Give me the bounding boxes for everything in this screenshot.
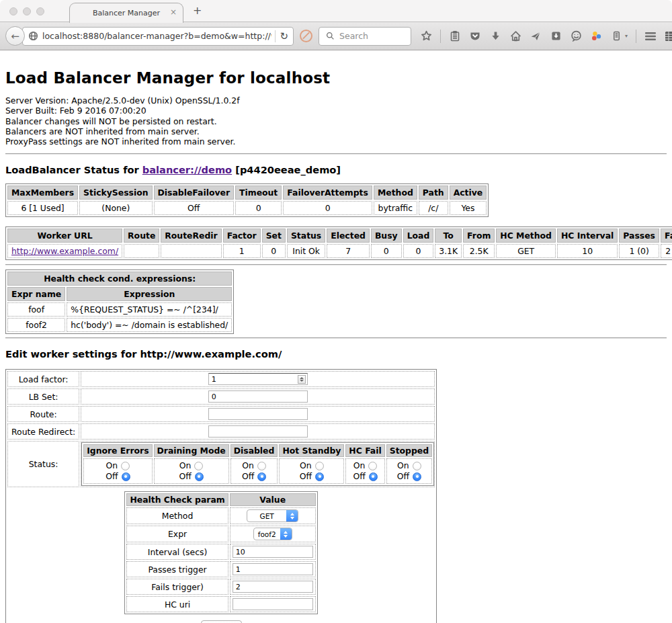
hc-interval-input[interactable] — [233, 546, 313, 558]
radio-off-checked[interactable] — [195, 472, 204, 481]
radio-on-unchecked[interactable] — [315, 462, 324, 470]
colored-dots-extension-icon[interactable] — [590, 30, 602, 42]
worker-url-link[interactable]: http://www.example.com/ — [11, 246, 118, 256]
expr-value-cell: %{REQUEST_STATUS} =~ /^[234]/ — [67, 302, 232, 317]
radio-off-checked[interactable] — [413, 472, 421, 481]
route-redirect-label: Route Redirect: — [7, 423, 79, 440]
zoom-window-button[interactable] — [36, 7, 44, 15]
browser-tab[interactable]: Balancer Manager × — [69, 3, 183, 23]
radio-on-unchecked[interactable] — [194, 462, 203, 470]
column-header: Path — [419, 185, 448, 200]
bookmark-star-icon[interactable] — [420, 30, 432, 42]
table-header-row: Ignore Errors Draining Mode Disabled Hot… — [83, 444, 432, 457]
new-tab-button[interactable]: + — [193, 5, 202, 16]
radio-off-checked[interactable] — [315, 472, 324, 481]
lb-set-input[interactable] — [208, 390, 308, 403]
toolbar-icons: ▾ — [420, 30, 672, 43]
expr-name-cell: foof2 — [7, 318, 65, 332]
radio-on-unchecked[interactable] — [413, 462, 421, 470]
balancer-heading-suffix: [p4420eeae_demo] — [232, 164, 341, 175]
tab-bar: Balancer Manager × + — [0, 0, 672, 22]
column-header: Expression — [67, 287, 232, 301]
table-cell: Yes — [450, 201, 487, 215]
server-built-line: Server Built: Feb 9 2016 07:00:20 — [5, 106, 667, 116]
column-header: Method — [374, 185, 417, 200]
search-bar[interactable] — [319, 27, 411, 46]
column-header: Timeout — [235, 185, 282, 200]
hc-uri-label: HC uri — [126, 596, 228, 612]
chevron-down-icon[interactable]: ▾ — [625, 33, 628, 39]
send-page-icon[interactable] — [530, 30, 542, 42]
form-row-submit: Submit — [7, 618, 435, 623]
status-hot-standby-cell: On Off — [279, 458, 344, 484]
save-to-extension-icon[interactable] — [550, 30, 562, 42]
hc-method-selected-value: GET — [247, 510, 286, 522]
reload-icon[interactable]: ↻ — [279, 30, 289, 42]
form-row-load-factor: Load factor: — [7, 371, 435, 387]
search-icon — [324, 30, 336, 42]
column-header: RouteRedir — [161, 229, 221, 243]
column-header: Health Check param — [126, 493, 228, 506]
hc-method-select[interactable]: GET — [247, 509, 298, 522]
tab-close-icon[interactable]: × — [170, 8, 177, 16]
container-tab-icon[interactable] — [610, 30, 622, 42]
hc-expr-select[interactable]: foof2 — [253, 528, 292, 540]
radio-on-unchecked[interactable] — [257, 462, 266, 470]
table-cell — [161, 244, 221, 258]
submit-button[interactable]: Submit — [201, 620, 242, 623]
radio-on-unchecked[interactable] — [121, 462, 130, 470]
load-factor-stepper[interactable] — [208, 373, 308, 385]
hc-fails-input[interactable] — [233, 581, 313, 593]
route-input[interactable] — [208, 408, 308, 420]
close-window-button[interactable] — [9, 7, 17, 15]
health-check-params-table: Health Check param Value Method GET — [124, 491, 317, 614]
downloads-icon[interactable] — [489, 30, 501, 42]
url-bar[interactable]: ↻ — [22, 27, 294, 46]
hc-method-row: Method GET — [126, 507, 315, 524]
back-button[interactable]: ← — [5, 26, 25, 46]
table-row: foof2 hc('body') =~ /domain is establish… — [7, 318, 232, 332]
menu-hamburger-icon[interactable] — [644, 30, 657, 42]
column-header: Status — [287, 229, 325, 243]
column-header: Set — [262, 229, 286, 243]
column-header: Disabled — [230, 444, 278, 457]
table-row: 6 [1 Used] (None) Off 0 0 bytraffic /c/ … — [7, 201, 487, 215]
on-label: On — [353, 460, 366, 471]
chat-smiley-icon[interactable] — [570, 30, 582, 42]
server-info: Server Version: Apache/2.5.0-dev (Unix) … — [5, 95, 667, 147]
route-label: Route: — [7, 406, 79, 422]
hc-uri-input[interactable] — [233, 598, 313, 610]
worker-status-table: Worker URL Route RouteRedir Factor Set S… — [5, 226, 672, 260]
search-input[interactable] — [339, 31, 400, 41]
url-input[interactable] — [42, 31, 271, 41]
pocket-icon[interactable] — [469, 30, 481, 42]
home-icon[interactable] — [509, 30, 521, 42]
table-cell: 0 — [262, 244, 286, 258]
table-cell — [124, 244, 159, 258]
column-header: Route — [124, 229, 159, 243]
load-factor-input[interactable] — [208, 373, 308, 385]
column-header: Draining Mode — [154, 444, 229, 457]
sidebar-grid-icon[interactable] — [665, 30, 672, 42]
status-label: Status: — [7, 441, 79, 487]
route-redirect-input[interactable] — [208, 425, 308, 438]
status-toggles-table: Ignore Errors Draining Mode Disabled Hot… — [81, 442, 434, 486]
radio-off-checked[interactable] — [369, 472, 378, 481]
hc-passes-input[interactable] — [233, 563, 313, 575]
column-header: Stopped — [386, 444, 432, 457]
radio-off-checked[interactable] — [122, 472, 130, 481]
column-header: DisableFailover — [154, 185, 235, 200]
radio-on-unchecked[interactable] — [368, 462, 377, 470]
table-header-row: Worker URL Route RouteRedir Factor Set S… — [7, 229, 672, 243]
table-cell: /c/ — [419, 201, 448, 215]
radio-off-checked[interactable] — [257, 472, 266, 481]
minimize-window-button[interactable] — [23, 7, 31, 15]
number-stepper-icon[interactable] — [298, 375, 306, 384]
toolbar-divider — [440, 30, 441, 43]
window-controls[interactable] — [9, 7, 44, 15]
site-identity-globe-icon[interactable] — [27, 30, 39, 42]
balancer-demo-link[interactable]: balancer://demo — [142, 164, 232, 175]
reading-list-icon[interactable] — [449, 30, 461, 42]
table-cell: 0 — [283, 201, 372, 215]
adblock-icon[interactable] — [300, 30, 312, 42]
